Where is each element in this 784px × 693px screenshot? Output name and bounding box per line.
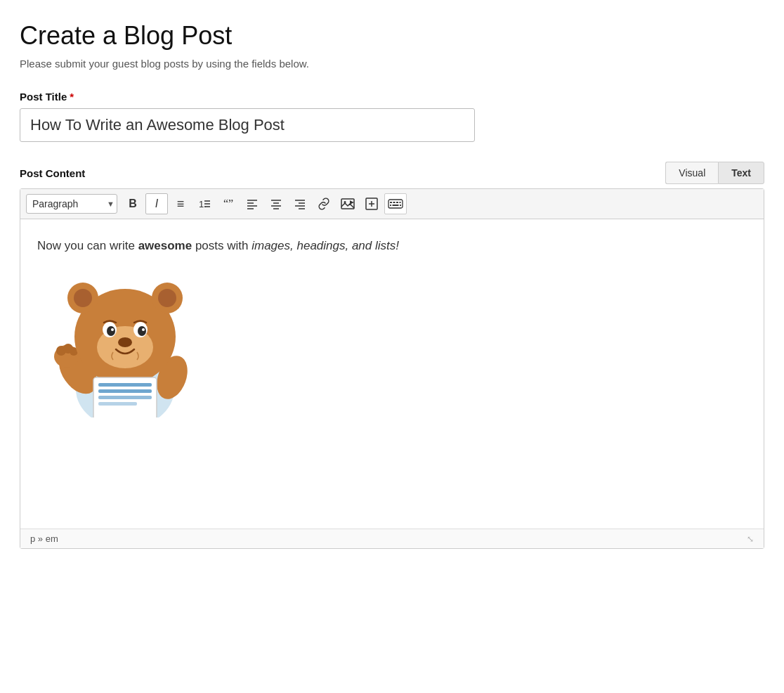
post-title-label-text: Post Title: [20, 91, 67, 103]
post-title-label: Post Title *: [20, 91, 764, 103]
svg-point-48: [107, 326, 115, 336]
post-title-input[interactable]: [20, 108, 475, 142]
svg-rect-22: [388, 200, 403, 208]
svg-rect-55: [98, 389, 152, 393]
text-middle: posts with: [192, 239, 251, 252]
svg-rect-29: [400, 205, 401, 206]
bold-button[interactable]: B: [122, 193, 144, 214]
format-select-wrapper: Paragraph Heading 1 Heading 2 Heading 3 …: [26, 194, 120, 214]
unordered-list-button[interactable]: ≡: [169, 193, 192, 214]
keyboard-button[interactable]: [384, 193, 407, 214]
svg-point-50: [111, 328, 114, 331]
italic-text: images, headings, and lists!: [251, 239, 399, 252]
svg-point-42: [74, 289, 92, 307]
more-options-button[interactable]: [360, 193, 383, 214]
editor-content-area[interactable]: Now you can write awesome posts with ima…: [20, 219, 764, 529]
svg-rect-26: [400, 202, 401, 203]
svg-rect-28: [393, 205, 399, 206]
page-title: Create a Blog Post: [20, 21, 764, 51]
svg-rect-54: [98, 383, 152, 387]
editor-tabs: Visual Text: [665, 162, 764, 184]
svg-point-49: [138, 326, 146, 336]
editor-paragraph: Now you can write awesome posts with ima…: [37, 236, 747, 255]
svg-rect-57: [98, 402, 137, 406]
text-before-bold: Now you can write: [37, 239, 138, 252]
required-indicator: *: [70, 91, 74, 103]
svg-rect-23: [390, 202, 392, 203]
svg-rect-27: [390, 205, 391, 206]
post-title-field: Post Title *: [20, 91, 764, 162]
post-content-field: Post Content Visual Text Paragraph Headi…: [20, 162, 764, 549]
blockquote-button[interactable]: “”: [217, 193, 240, 214]
editor-wrapper: Paragraph Heading 1 Heading 2 Heading 3 …: [20, 188, 764, 549]
editor-toolbar: Paragraph Heading 1 Heading 2 Heading 3 …: [20, 189, 764, 219]
editor-statusbar: p » em ⤡: [20, 529, 764, 548]
svg-point-52: [118, 337, 132, 347]
page-subtitle: Please submit your guest blog posts by u…: [20, 58, 764, 70]
insert-image-button[interactable]: ▶: [337, 193, 359, 214]
svg-point-44: [158, 289, 176, 307]
link-button[interactable]: [313, 193, 335, 214]
path-indicator: p » em: [30, 533, 58, 544]
svg-rect-56: [98, 396, 152, 399]
italic-button[interactable]: I: [145, 193, 168, 214]
svg-text:▶: ▶: [350, 200, 354, 205]
svg-rect-24: [393, 202, 396, 203]
post-content-label: Post Content: [20, 167, 85, 179]
tab-text[interactable]: Text: [718, 162, 764, 184]
svg-point-51: [142, 328, 145, 331]
bold-text: awesome: [138, 239, 192, 252]
align-center-button[interactable]: [265, 193, 287, 214]
post-content-header: Post Content Visual Text: [20, 162, 764, 184]
tab-visual[interactable]: Visual: [665, 162, 718, 184]
svg-rect-25: [396, 202, 398, 203]
resize-handle-icon[interactable]: ⤡: [747, 534, 754, 544]
ordered-list-button[interactable]: 1.: [193, 193, 216, 214]
bear-mascot-image: [37, 266, 747, 423]
format-select[interactable]: Paragraph Heading 1 Heading 2 Heading 3 …: [26, 194, 117, 214]
align-right-button[interactable]: [289, 193, 311, 214]
align-left-button[interactable]: [241, 193, 263, 214]
